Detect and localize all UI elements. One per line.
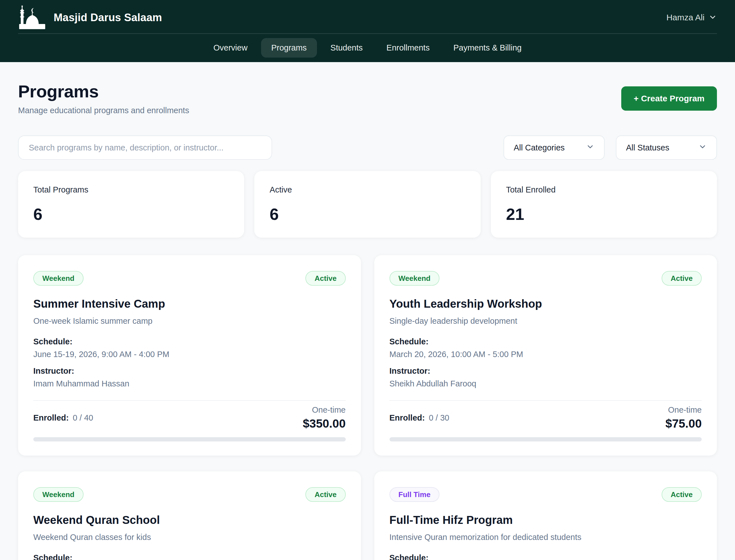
brand: Masjid Darus Salaam — [18, 5, 162, 30]
price-block: One-time $75.00 — [666, 405, 702, 430]
program-card: Weekend Active Weekend Quran School Week… — [18, 471, 361, 560]
tab-enrollments[interactable]: Enrollments — [376, 38, 440, 58]
stat-card-active: Active 6 — [254, 171, 480, 238]
enrolled-info: Enrolled: 0 / 30 — [390, 413, 449, 423]
chevron-down-icon — [698, 143, 707, 153]
tab-payments-billing[interactable]: Payments & Billing — [443, 38, 532, 58]
category-badge: Weekend — [390, 271, 440, 286]
stat-card-total-enrolled: Total Enrolled 21 — [491, 171, 717, 238]
mosque-logo-icon — [18, 5, 46, 30]
instructor-label: Instructor: — [33, 366, 346, 376]
enrollment-progress-bar — [390, 437, 702, 441]
brand-title: Masjid Darus Salaam — [54, 12, 162, 24]
price-block: One-time $350.00 — [303, 405, 346, 430]
card-divider — [390, 400, 702, 401]
tab-overview[interactable]: Overview — [203, 38, 258, 58]
status-badge: Active — [662, 271, 702, 286]
enrolled-label: Enrolled: — [33, 413, 69, 423]
main-nav: Overview Programs Students Enrollments P… — [0, 34, 735, 62]
instructor-value: Imam Muhammad Hassan — [33, 379, 346, 388]
status-badge: Active — [305, 271, 345, 286]
program-title: Weekend Quran School — [33, 514, 346, 526]
schedule-label: Schedule: — [390, 337, 702, 346]
schedule-value: March 20, 2026, 10:00 AM - 5:00 PM — [390, 350, 702, 359]
category-badge: Weekend — [33, 487, 84, 502]
program-price: $75.00 — [666, 417, 702, 430]
program-price: $350.00 — [303, 417, 346, 430]
stat-value: 21 — [506, 205, 702, 224]
stat-value: 6 — [270, 205, 465, 224]
program-description: Single-day leadership development — [390, 316, 702, 326]
tab-programs[interactable]: Programs — [261, 38, 317, 58]
page-heading: Programs Manage educational programs and… — [18, 81, 189, 115]
program-title: Youth Leadership Workshop — [390, 297, 702, 310]
chevron-down-icon — [708, 12, 717, 23]
enrolled-info: Enrolled: 0 / 40 — [33, 413, 93, 423]
programs-grid: Weekend Active Summer Intensive Camp One… — [18, 255, 717, 560]
program-description: Intensive Quran memorization for dedicat… — [390, 533, 702, 542]
billing-type: One-time — [303, 405, 346, 415]
category-badge: Weekend — [33, 271, 84, 286]
schedule-label: Schedule: — [33, 553, 346, 560]
program-card: Weekend Active Summer Intensive Camp One… — [18, 255, 361, 456]
stat-label: Active — [270, 185, 465, 194]
page-title: Programs — [18, 81, 189, 101]
enrolled-value: 0 / 40 — [73, 413, 93, 423]
program-title: Summer Intensive Camp — [33, 297, 346, 310]
schedule-value: June 15-19, 2026, 9:00 AM - 4:00 PM — [33, 350, 346, 359]
status-badge: Active — [662, 487, 702, 502]
user-name: Hamza Ali — [666, 13, 705, 22]
tab-students[interactable]: Students — [320, 38, 373, 58]
instructor-value: Sheikh Abdullah Farooq — [390, 379, 702, 388]
enrolled-label: Enrolled: — [390, 413, 425, 423]
stat-card-total-programs: Total Programs 6 — [18, 171, 244, 238]
program-card: Weekend Active Youth Leadership Workshop… — [374, 255, 717, 456]
schedule-label: Schedule: — [390, 553, 702, 560]
program-description: Weekend Quran classes for kids — [33, 533, 346, 542]
status-select[interactable]: All Statuses — [616, 135, 717, 160]
user-menu[interactable]: Hamza Ali — [666, 12, 717, 23]
stat-label: Total Enrolled — [506, 185, 702, 194]
category-badge: Full Time — [390, 487, 440, 502]
page-subtitle: Manage educational programs and enrollme… — [18, 106, 189, 115]
app-header: Masjid Darus Salaam Hamza Ali Overview P… — [0, 0, 735, 62]
stat-label: Total Programs — [33, 185, 229, 194]
program-title: Full-Time Hifz Program — [390, 514, 702, 526]
search-input[interactable] — [18, 135, 272, 160]
stat-value: 6 — [33, 205, 229, 224]
main-content: Programs Manage educational programs and… — [0, 81, 735, 560]
category-select-value: All Categories — [514, 143, 565, 152]
category-select[interactable]: All Categories — [504, 135, 605, 160]
filters-bar: All Categories All Statuses — [18, 135, 717, 160]
stats-row: Total Programs 6 Active 6 Total Enrolled… — [18, 171, 717, 238]
billing-type: One-time — [666, 405, 702, 415]
status-select-value: All Statuses — [626, 143, 669, 152]
chevron-down-icon — [586, 143, 594, 153]
enrollment-progress-bar — [33, 437, 346, 441]
status-badge: Active — [305, 487, 345, 502]
enrolled-value: 0 / 30 — [429, 413, 449, 423]
card-divider — [33, 400, 346, 401]
program-card: Full Time Active Full-Time Hifz Program … — [374, 471, 717, 560]
create-program-button[interactable]: + Create Program — [621, 86, 717, 111]
instructor-label: Instructor: — [390, 366, 702, 376]
schedule-label: Schedule: — [33, 337, 346, 346]
program-description: One-week Islamic summer camp — [33, 316, 346, 326]
